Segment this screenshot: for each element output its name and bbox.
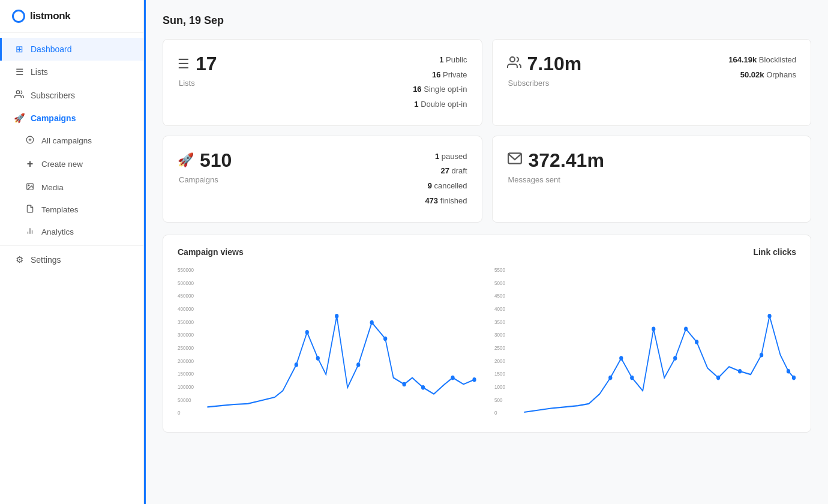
dashboard-icon: ⊞ <box>14 44 25 55</box>
campaign-detail-item: 27 draft <box>425 164 467 179</box>
chart-dot <box>652 326 655 331</box>
sidebar-item-dashboard[interactable]: ⊞ Dashboard <box>0 38 143 61</box>
chart-dot <box>370 320 374 325</box>
svg-text:5000: 5000 <box>494 279 505 286</box>
clicks-chart-svg: 5500 5000 4500 4000 3500 3000 2500 2000 … <box>494 264 797 420</box>
chart-dot <box>295 362 298 367</box>
sidebar-item-analytics[interactable]: Analytics <box>0 221 143 243</box>
sidebar-item-lists[interactable]: ☰ Lists <box>0 61 143 83</box>
subscribers-stat-icon <box>507 55 521 73</box>
subscribers-label: Subscribers <box>508 79 582 88</box>
lists-icon: ☰ <box>14 67 25 77</box>
chart-dot <box>356 362 360 367</box>
svg-point-0 <box>16 91 19 94</box>
clicks-chart-line <box>524 316 794 412</box>
sidebar-item-label: Settings <box>31 255 61 265</box>
campaign-detail-item: 9 cancelled <box>425 179 467 194</box>
sidebar-item-label: Lists <box>31 67 48 77</box>
settings-icon: ⚙ <box>14 254 25 265</box>
clicks-chart-title: Link clicks <box>753 247 796 257</box>
messages-stat-icon <box>507 152 523 169</box>
list-detail-item: 1 Double opt-in <box>413 97 467 112</box>
sidebar-item-label: Analytics <box>41 227 74 236</box>
campaigns-icon: 🚀 <box>14 113 25 124</box>
chart-dot <box>684 326 688 331</box>
chart-dot <box>759 352 763 357</box>
chart-dot <box>472 377 476 382</box>
svg-text:0: 0 <box>178 409 181 416</box>
campaigns-stat-icon: 🚀 <box>178 152 194 168</box>
charts-header: Campaign views Link clicks <box>178 247 796 257</box>
campaigns-label: Campaigns <box>179 175 232 184</box>
svg-text:500: 500 <box>494 396 502 403</box>
page-date: Sun, 19 Sep <box>163 14 811 27</box>
nav-divider <box>0 245 143 246</box>
svg-text:500000: 500000 <box>178 279 194 286</box>
svg-text:4500: 4500 <box>494 292 505 299</box>
create-icon: + <box>25 158 35 170</box>
sidebar-item-label: Templates <box>41 205 79 214</box>
stats-grid: ☰ 17 Lists 1 Public 16 Private 16 Single… <box>163 39 811 223</box>
lists-label: Lists <box>179 79 217 88</box>
sub-detail-item: 164.19k Blocklisted <box>728 53 796 68</box>
subscribers-icon <box>14 89 25 101</box>
chart-dot <box>695 340 698 344</box>
sidebar-item-settings[interactable]: ⚙ Settings <box>0 248 143 271</box>
main-content: Sun, 19 Sep ☰ 17 Lists 1 Public 16 Priva… <box>146 0 828 504</box>
svg-text:0: 0 <box>494 409 497 416</box>
sidebar-item-label: All campaigns <box>41 136 92 145</box>
chart-dot <box>316 356 320 361</box>
logo-area: listmonk <box>0 0 143 33</box>
sidebar-item-label: Dashboard <box>31 44 72 54</box>
analytics-icon <box>25 227 35 237</box>
chart-dot <box>305 329 309 334</box>
chart-dot <box>767 313 771 318</box>
chart-dot <box>619 356 623 361</box>
views-chart-svg: 550000 500000 450000 400000 350000 30000… <box>178 264 480 420</box>
campaigns-count: 510 <box>200 149 232 172</box>
svg-text:400000: 400000 <box>178 305 194 312</box>
templates-icon <box>25 205 35 215</box>
stat-card-messages: 372.41m Messages sent <box>492 136 812 223</box>
logo-icon <box>12 10 25 23</box>
svg-text:3000: 3000 <box>494 331 505 338</box>
charts-section: Campaign views Link clicks 550000 500000… <box>163 235 811 433</box>
lists-stat-icon: ☰ <box>178 56 190 72</box>
campaign-detail-item: 1 paused <box>425 149 467 164</box>
svg-text:5500: 5500 <box>494 266 505 273</box>
campaigns-details: 1 paused 27 draft 9 cancelled 473 finish… <box>425 149 467 209</box>
stat-card-lists: ☰ 17 Lists 1 Public 16 Private 16 Single… <box>163 39 482 126</box>
chart-dot <box>421 385 425 390</box>
svg-text:200000: 200000 <box>178 357 194 364</box>
sidebar-item-templates[interactable]: Templates <box>0 199 143 221</box>
svg-text:300000: 300000 <box>178 331 194 338</box>
chart-dot <box>737 368 741 373</box>
list-detail-item: 16 Private <box>413 68 467 83</box>
chart-dot <box>451 375 454 380</box>
chart-dot <box>608 375 612 380</box>
logo-text: listmonk <box>30 10 71 22</box>
sidebar-item-subscribers[interactable]: Subscribers <box>0 83 143 107</box>
stat-left-messages: 372.41m Messages sent <box>507 149 604 184</box>
sidebar-item-create-new[interactable]: + Create new <box>0 152 143 176</box>
subscribers-count: 7.10m <box>527 53 582 75</box>
svg-text:2500: 2500 <box>494 344 505 351</box>
lists-details: 1 Public 16 Private 16 Single opt-in 1 D… <box>413 53 467 112</box>
sidebar: listmonk ⊞ Dashboard ☰ Lists Subscribers… <box>0 0 144 504</box>
sidebar-item-media[interactable]: Media <box>0 176 143 199</box>
sidebar-item-label: Subscribers <box>31 91 75 100</box>
chart-dot <box>383 336 387 341</box>
sidebar-item-campaigns[interactable]: 🚀 Campaigns <box>0 107 143 130</box>
chart-dot <box>630 375 634 380</box>
stat-left-subscribers: 7.10m Subscribers <box>507 53 582 88</box>
stat-main-subscribers: 7.10m <box>507 53 582 75</box>
list-detail-item: 16 Single opt-in <box>413 82 467 97</box>
svg-text:50000: 50000 <box>178 396 191 403</box>
sidebar-item-label: Media <box>41 183 64 192</box>
charts-grid: 550000 500000 450000 400000 350000 30000… <box>178 264 796 420</box>
chart-dot <box>786 368 790 373</box>
svg-text:100000: 100000 <box>178 383 194 390</box>
campaign-detail-item: 473 finished <box>425 194 467 209</box>
sidebar-item-all-campaigns[interactable]: All campaigns <box>0 130 143 152</box>
views-chart-title: Campaign views <box>178 247 244 257</box>
